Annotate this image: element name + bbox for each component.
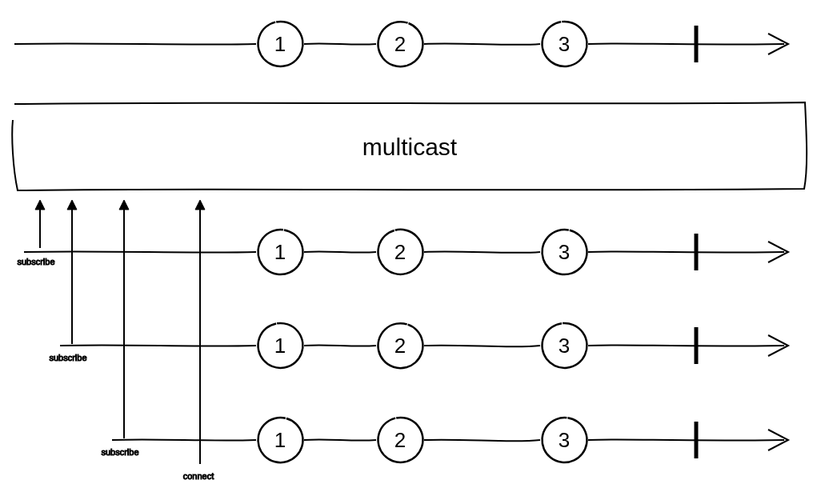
connect-label: connect: [183, 471, 214, 481]
marble: 1: [254, 413, 308, 467]
marble: 3: [538, 226, 591, 278]
subscribe-arrows: subscribe subscribe subscribe connect: [17, 200, 214, 481]
marble-value: 3: [559, 240, 570, 264]
operator-label: multicast: [362, 134, 458, 160]
marble-value: 3: [559, 334, 570, 358]
marble: 1: [254, 18, 306, 70]
marble-value: 1: [274, 334, 286, 358]
marble: 2: [373, 225, 428, 280]
svg-marker-7: [195, 200, 205, 210]
marble: 3: [540, 321, 590, 370]
marble-diagram: 1 2 3 multicast subscribe subscribe: [0, 0, 829, 504]
marble: 2: [372, 318, 429, 374]
marble-value: 2: [394, 428, 406, 452]
marble: 3: [539, 18, 590, 69]
marble: 1: [255, 226, 306, 277]
svg-marker-5: [119, 200, 129, 210]
output-stream: 1 2 3: [24, 225, 788, 280]
marble: 3: [539, 415, 589, 465]
output-stream: 1 2 3: [60, 318, 788, 374]
marble-value: 3: [559, 428, 570, 452]
marble-value: 2: [394, 32, 406, 56]
subscribe-label: subscribe: [17, 257, 54, 266]
marble: 1: [254, 319, 306, 371]
subscribe-arrow: subscribe: [101, 200, 138, 457]
connect-arrow: connect: [183, 200, 214, 481]
operator-box: multicast: [12, 102, 807, 190]
marble: 2: [372, 15, 430, 73]
marble-value: 2: [394, 334, 406, 358]
svg-marker-3: [67, 200, 77, 210]
marble: 2: [374, 414, 427, 466]
marble-value: 3: [559, 32, 570, 56]
marble-value: 2: [394, 240, 406, 264]
output-stream: 1 2 3: [112, 413, 788, 467]
svg-marker-1: [35, 200, 45, 210]
source-stream: 1 2 3: [14, 15, 788, 73]
marble-value: 1: [274, 240, 286, 264]
subscribe-arrow: subscribe: [49, 200, 86, 362]
subscribe-label: subscribe: [101, 447, 138, 457]
marble-value: 1: [274, 428, 286, 452]
marble-value: 1: [274, 32, 286, 56]
subscribe-label: subscribe: [49, 353, 86, 362]
subscribe-arrow: subscribe: [17, 200, 54, 266]
